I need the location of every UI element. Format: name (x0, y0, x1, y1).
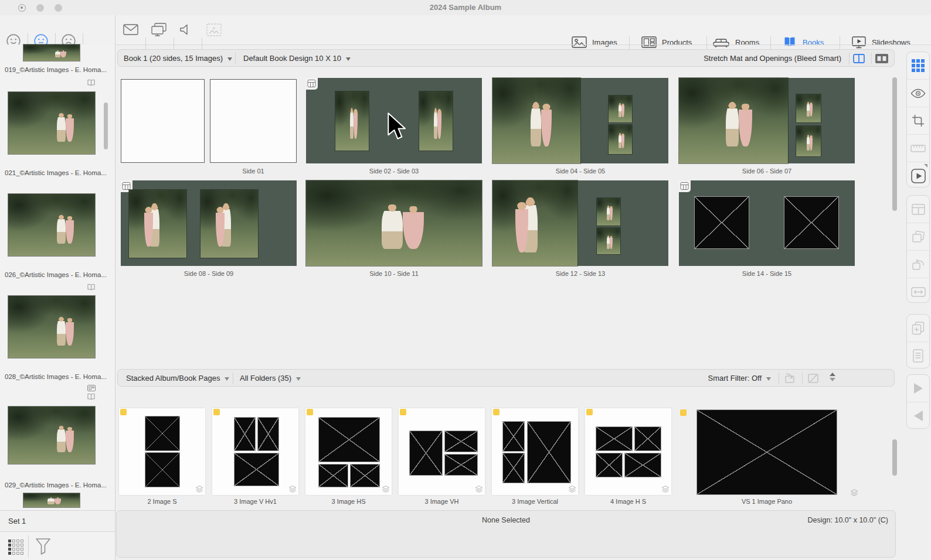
mat-openings-label: Stretch Mat and Openings (Bleed Smart) (704, 54, 841, 63)
template-flag-badge (680, 409, 687, 416)
spread-photo[interactable] (492, 180, 577, 266)
spread-photo[interactable] (306, 180, 482, 266)
tab-slideshows[interactable]: Slideshows (851, 36, 910, 49)
spread-side-08-09[interactable]: Side 08 - Side 09 (121, 180, 297, 266)
spread-cover[interactable]: Side 01 (121, 79, 297, 163)
template-4-image-h-s[interactable]: 4 Image H S (585, 408, 671, 495)
photo-thumbnail[interactable] (23, 493, 80, 507)
rail-group-pages (906, 314, 930, 368)
pages-filter-dropdown[interactable]: Stacked Album/Book Pages (126, 374, 229, 383)
spread-label: Side 01 (210, 168, 297, 175)
stack-icon (195, 485, 203, 493)
spread-photo[interactable] (609, 125, 632, 154)
spread-side-04-05[interactable]: Side 04 - Side 05 (492, 78, 668, 163)
divider (233, 373, 233, 384)
two-page-view-icon[interactable] (853, 54, 865, 63)
tab-products[interactable]: Products (641, 36, 692, 48)
template-3-image-vertical[interactable]: 3 Image Vertical (492, 408, 578, 495)
stepper-down-icon[interactable] (830, 378, 835, 381)
photo-thumbnail[interactable] (8, 92, 95, 154)
expand-horizontal-button (907, 278, 929, 305)
spread-photo[interactable] (796, 126, 821, 156)
photo-thumbnail[interactable] (8, 407, 95, 464)
spread-photo[interactable] (335, 91, 369, 151)
spread-side-06-07[interactable]: Side 06 - Side 07 (679, 78, 855, 163)
photo-thumbnail[interactable] (8, 194, 95, 256)
size-stepper[interactable] (830, 373, 835, 381)
spread-photo[interactable] (796, 94, 821, 122)
stepper-up-icon[interactable] (830, 373, 835, 376)
clear-filter-icon (807, 373, 819, 384)
tab-books[interactable]: Books (782, 36, 824, 48)
spread-side-10-11[interactable]: Side 10 - Side 11 (306, 180, 482, 266)
template-2-image-s[interactable]: 2 Image S (119, 408, 205, 495)
rooms-icon (712, 36, 730, 48)
layout-badge-icon (306, 78, 318, 90)
spread-photo[interactable] (609, 95, 632, 122)
play-slideshow-button[interactable] (907, 162, 929, 189)
tab-images[interactable]: Images (572, 36, 617, 48)
photo-thumbnail[interactable] (8, 296, 95, 358)
book-selector[interactable]: Book 1 (20 sides, 15 Images) (124, 54, 232, 63)
template-3-image-hs[interactable]: 3 Image HS (305, 408, 392, 495)
horizontal-arrows-icon (911, 287, 926, 297)
smart-filter-dropdown[interactable]: Smart Filter: Off (708, 374, 772, 383)
template-vs-1-image-pano[interactable] (696, 409, 837, 495)
play-icon (911, 169, 926, 183)
spread-photo[interactable] (129, 190, 186, 258)
tab-label: Images (592, 38, 617, 47)
filter-funnel-icon[interactable] (35, 538, 51, 555)
displays-icon[interactable] (151, 23, 167, 37)
image-filename: 028_©Artistic Images - E. Homa... (5, 373, 111, 380)
filmstrip-view-icon[interactable] (875, 54, 888, 63)
grid-list-icon[interactable] (8, 539, 24, 555)
cover-placeholder[interactable] (121, 79, 205, 163)
sidebar-footer (0, 531, 115, 560)
top-toolbar: Images Products Rooms Books (115, 15, 931, 45)
templates-scrollbar[interactable] (892, 439, 897, 476)
tab-label: Slideshows (872, 38, 910, 47)
tab-rooms[interactable]: Rooms (712, 36, 759, 48)
spread-side-12-13[interactable]: Side 12 - Side 13 (492, 180, 668, 266)
images-icon (572, 36, 587, 48)
set-row[interactable]: Set 1 (0, 510, 115, 532)
speaker-icon[interactable] (179, 23, 192, 36)
spread-photo[interactable] (201, 190, 258, 258)
frame-badge-icon (87, 385, 96, 391)
image-filename: 026_©Artistic Images - E. Homa... (5, 271, 111, 278)
template-3-image-v-hv1[interactable]: 3 Image V Hv1 (212, 408, 298, 495)
divider (779, 373, 779, 384)
image-placeholder[interactable] (784, 196, 839, 249)
previous-triangle-icon (914, 411, 923, 421)
add-page-button (907, 315, 929, 342)
spread-photo[interactable] (492, 78, 580, 163)
spread-photo[interactable] (419, 91, 453, 151)
chevron-down-icon (346, 57, 351, 61)
spread-label: Side 06 - Side 07 (673, 168, 861, 175)
spread-label: Side 02 - Side 03 (300, 168, 488, 175)
preview-button[interactable] (907, 79, 929, 107)
design-selector[interactable]: Default Book Design 10 X 10 (243, 54, 351, 63)
grid-view-button[interactable] (907, 52, 929, 79)
folder-filter-dropdown[interactable]: All Folders (35) (240, 374, 301, 383)
sidebar-scrollbar[interactable] (104, 103, 108, 149)
divider (235, 53, 236, 64)
spread-side-14-15[interactable]: Side 14 - Side 15 (679, 180, 855, 266)
book-badge-icon (87, 284, 96, 291)
image-placeholder[interactable] (694, 196, 749, 249)
rail-group-nav (906, 374, 930, 429)
spread-photo[interactable] (597, 228, 620, 254)
ratings-panel: 2 47 6 (0, 15, 115, 45)
template-3-image-vh[interactable]: 3 Image VH (399, 408, 485, 495)
spreads-scrollbar[interactable] (892, 77, 897, 211)
email-icon[interactable] (123, 24, 138, 35)
spread-photo[interactable] (597, 198, 620, 226)
book-selector-label: Book 1 (20 sides, 15 Images) (124, 54, 223, 63)
cover-page[interactable] (210, 79, 297, 163)
template-filter-bar: Stacked Album/Book Pages All Folders (35… (117, 369, 895, 387)
spread-photo[interactable] (679, 78, 788, 163)
photo-thumbnail[interactable] (23, 45, 80, 61)
crop-icon (912, 114, 925, 127)
template-flag-badge (213, 409, 220, 415)
crop-button[interactable] (907, 107, 929, 134)
